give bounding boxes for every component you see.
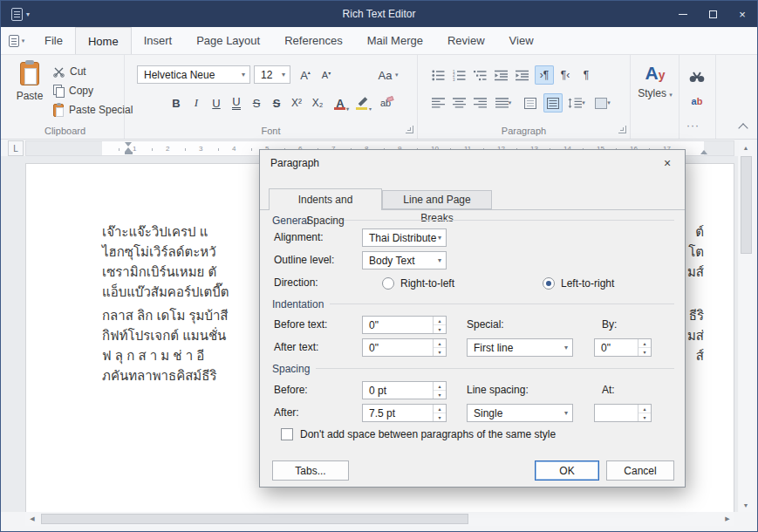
increase-indent-button[interactable] xyxy=(512,65,531,85)
double-strikethrough-button[interactable]: S xyxy=(267,93,286,113)
paste-button[interactable]: Paste xyxy=(10,62,50,102)
by-spinner[interactable]: 0" ▴▾ xyxy=(594,338,652,357)
minimize-button[interactable] xyxy=(668,1,698,27)
spin-up-icon[interactable]: ▴ xyxy=(638,405,651,413)
borders-button[interactable] xyxy=(521,93,540,113)
scroll-left-button[interactable]: ◀ xyxy=(25,512,39,526)
spacing-before-spinner[interactable]: 0 pt ▴▾ xyxy=(362,381,447,399)
underline-button[interactable]: U xyxy=(207,93,226,113)
spin-up-icon[interactable]: ▴ xyxy=(434,317,446,325)
application-menu-button[interactable]: ▾ xyxy=(1,27,32,54)
maximize-button[interactable] xyxy=(698,1,727,27)
scroll-right-button[interactable]: ▶ xyxy=(720,512,734,526)
align-right-button[interactable] xyxy=(470,93,489,113)
clear-formatting-button[interactable]: ab xyxy=(376,93,395,113)
line-spacing-button[interactable]: ▾ xyxy=(564,93,589,113)
spinner-buttons[interactable]: ▴▾ xyxy=(433,405,446,421)
superscript-button[interactable]: X² xyxy=(287,93,306,113)
bold-button[interactable]: B xyxy=(167,93,186,113)
spin-down-icon[interactable]: ▾ xyxy=(638,413,651,421)
font-dialog-launcher[interactable] xyxy=(406,126,413,133)
quick-access-toolbar[interactable]: ▾ xyxy=(1,8,30,21)
alignment-combo[interactable]: Thai Distribute ▾ xyxy=(362,228,447,247)
multilevel-list-button[interactable] xyxy=(470,65,489,85)
spin-down-icon[interactable]: ▾ xyxy=(434,325,446,333)
right-indent-marker[interactable] xyxy=(700,150,707,154)
left-indent-marker[interactable] xyxy=(125,152,133,154)
more-commands-button[interactable]: ··· xyxy=(686,119,700,132)
align-justify-button[interactable]: ▾ xyxy=(491,93,516,113)
tab-page-layout[interactable]: Page Layout xyxy=(184,27,272,54)
tab-review[interactable]: Review xyxy=(435,27,497,54)
font-name-combo[interactable]: Helvetica Neue ▾ xyxy=(137,65,250,84)
vertical-scroll-thumb[interactable] xyxy=(741,156,752,254)
before-text-spinner[interactable]: 0" ▴▾ xyxy=(362,316,447,334)
text-highlight-button[interactable]: ▾ xyxy=(353,93,372,113)
spinner-buttons[interactable]: ▴▾ xyxy=(433,339,446,356)
dialog-close-button[interactable]: × xyxy=(655,153,679,174)
show-marks-button[interactable]: ¶ xyxy=(577,65,596,85)
collapse-ribbon-button[interactable] xyxy=(738,123,748,133)
font-size-combo[interactable]: 12 ▾ xyxy=(254,65,290,84)
dont-add-space-checkbox[interactable]: Don't add space between paragraphs of th… xyxy=(281,427,556,441)
spin-down-icon[interactable]: ▾ xyxy=(434,391,446,399)
styles-button[interactable]: Ay Styles ▾ xyxy=(633,64,677,99)
numbered-list-button[interactable]: 123 xyxy=(449,65,468,85)
spin-up-icon[interactable]: ▴ xyxy=(434,339,446,348)
spin-down-icon[interactable]: ▾ xyxy=(434,413,446,421)
paragraph-dialog-launcher[interactable] xyxy=(618,126,626,133)
spin-down-icon[interactable]: ▾ xyxy=(434,348,446,356)
tab-stop-selector[interactable]: L xyxy=(8,140,24,156)
subscript-button[interactable]: X₂ xyxy=(308,93,327,113)
find-button[interactable] xyxy=(687,67,707,86)
tab-mail-merge[interactable]: Mail Merge xyxy=(355,27,435,54)
align-left-button[interactable] xyxy=(428,93,447,113)
tab-insert[interactable]: Insert xyxy=(132,27,185,54)
change-case-button[interactable]: Aa ▾ xyxy=(371,65,406,85)
spinner-buttons[interactable]: ▴▾ xyxy=(638,339,651,356)
horizontal-scroll-thumb[interactable] xyxy=(41,514,468,524)
radio-left-to-right[interactable]: Left-to-right xyxy=(543,274,614,292)
spinner-buttons[interactable]: ▴▾ xyxy=(433,317,446,333)
spin-up-icon[interactable]: ▴ xyxy=(434,382,446,391)
shading-button[interactable]: ▾ xyxy=(591,93,615,113)
horizontal-scrollbar[interactable]: ◀ ▶ xyxy=(25,512,734,526)
ok-button[interactable]: OK xyxy=(535,460,599,481)
line-spacing-combo[interactable]: Single ▾ xyxy=(467,404,573,422)
left-to-right-button[interactable]: ›¶ xyxy=(535,65,554,85)
radio-right-to-left[interactable]: Right-to-left xyxy=(382,274,454,292)
outline-level-combo[interactable]: Body Text ▾ xyxy=(362,251,447,269)
spacing-after-spinner[interactable]: 7.5 pt ▴▾ xyxy=(362,404,447,422)
tab-line-and-page-breaks[interactable]: Line and Page Breaks xyxy=(382,190,492,209)
spinner-buttons[interactable]: ▴▾ xyxy=(638,405,651,421)
at-spinner[interactable]: ▴▾ xyxy=(594,404,652,422)
scroll-down-button[interactable]: ▼ xyxy=(739,498,753,512)
copy-button[interactable]: Copy xyxy=(53,82,93,99)
shrink-font-button[interactable]: A▾ xyxy=(317,65,336,85)
spinner-buttons[interactable]: ▴▾ xyxy=(433,382,446,399)
cut-button[interactable]: Cut xyxy=(53,63,86,80)
spin-up-icon[interactable]: ▴ xyxy=(638,339,651,348)
decrease-indent-button[interactable] xyxy=(491,65,510,85)
first-line-indent-marker[interactable] xyxy=(125,142,132,147)
italic-button[interactable]: I xyxy=(187,93,206,113)
strikethrough-button[interactable]: S xyxy=(247,93,266,113)
tab-references[interactable]: References xyxy=(272,27,354,54)
cancel-button[interactable]: Cancel xyxy=(606,460,674,481)
distributed-alignment-button[interactable] xyxy=(543,93,563,113)
close-button[interactable]: × xyxy=(727,1,757,27)
tab-home[interactable]: Home xyxy=(75,27,132,54)
spin-up-icon[interactable]: ▴ xyxy=(434,405,446,413)
after-text-spinner[interactable]: 0" ▴▾ xyxy=(362,338,447,357)
bullet-list-button[interactable] xyxy=(428,65,447,85)
font-color-button[interactable]: A▾ xyxy=(331,93,350,113)
tab-view[interactable]: View xyxy=(497,27,546,54)
grow-font-button[interactable]: A▴ xyxy=(296,65,315,85)
vertical-scrollbar[interactable]: ▲ ▼ xyxy=(739,140,754,512)
double-underline-button[interactable]: U xyxy=(227,93,246,113)
special-combo[interactable]: First line ▾ xyxy=(467,338,573,357)
tabs-button[interactable]: Tabs... xyxy=(272,460,349,481)
paste-special-button[interactable]: Paste Special xyxy=(53,101,133,119)
right-to-left-button[interactable]: ¶‹ xyxy=(556,65,575,85)
replace-button[interactable]: ab xyxy=(687,92,707,111)
